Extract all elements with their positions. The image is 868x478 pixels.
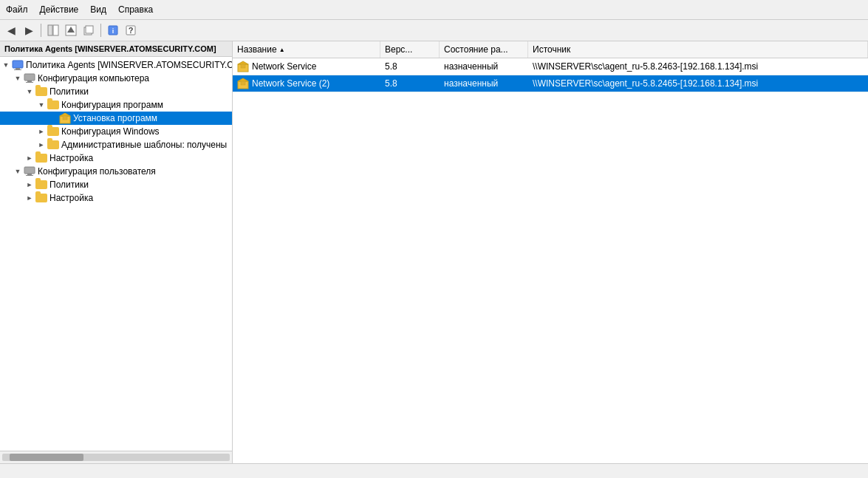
- tree-node-user-settings[interactable]: ► Настройка: [0, 191, 232, 205]
- tree-node-user-config[interactable]: ▼ Конфигурация пользователя: [0, 165, 232, 178]
- svg-rect-24: [241, 64, 245, 68]
- list-item[interactable]: Network Service (2) 5.8 назначенный \\WI…: [233, 75, 868, 92]
- svg-rect-20: [27, 174, 32, 175]
- back-button[interactable]: ◀: [3, 22, 19, 38]
- folder-user-policies-icon: [35, 179, 47, 191]
- expand-prog-config[interactable]: ▼: [35, 99, 47, 111]
- toolbar-separator-1: [41, 24, 41, 37]
- menu-help[interactable]: Справка: [112, 2, 159, 17]
- menu-view[interactable]: Вид: [84, 2, 112, 17]
- svg-rect-11: [16, 68, 20, 69]
- list-header: Название ▲ Верс... Состояние ра... Источ…: [233, 41, 868, 58]
- expand-user-config[interactable]: ▼: [12, 165, 24, 177]
- svg-text:?: ?: [129, 26, 134, 35]
- folder-user-settings-icon: [35, 192, 47, 204]
- tree-label-root: Политика Agents [WINSERVER.ATOMSECURITY.…: [26, 60, 232, 70]
- svg-marker-23: [238, 61, 248, 64]
- svg-rect-15: [26, 82, 33, 83]
- tree-label-user-policies: Политики: [49, 180, 89, 190]
- help-button[interactable]: ?: [123, 22, 139, 38]
- forward-button[interactable]: ▶: [21, 22, 37, 38]
- folder-settings1-icon: [35, 152, 47, 164]
- tree-label-comp-config: Конфигурация компьютера: [38, 73, 149, 83]
- col-header-version[interactable]: Верс...: [380, 41, 440, 58]
- expand-settings1[interactable]: ►: [24, 152, 35, 164]
- cell-name-1: Network Service: [233, 58, 380, 75]
- cell-status-2: назначенный: [440, 76, 528, 91]
- menu-bar: Файл Действие Вид Справка: [0, 0, 868, 20]
- toolbar: ◀ ▶ i ?: [0, 20, 868, 41]
- svg-rect-13: [24, 74, 35, 81]
- tree-scrollbar[interactable]: [0, 451, 232, 463]
- svg-rect-5: [86, 26, 93, 33]
- tree-node-settings1[interactable]: ► Настройка: [0, 151, 232, 165]
- folder-prog-icon: [47, 99, 59, 111]
- tree-label-user-config: Конфигурация пользователя: [38, 166, 156, 177]
- new-window-button[interactable]: [81, 22, 97, 38]
- tree-node-root[interactable]: ▼ Политика Agents [WINSERVER.ATOMSECURIT…: [0, 58, 232, 72]
- sort-arrow-name: ▲: [279, 47, 285, 53]
- svg-rect-14: [27, 81, 32, 82]
- svg-rect-0: [48, 25, 52, 35]
- menu-action[interactable]: Действие: [34, 2, 85, 17]
- tree-node-install-prog[interactable]: Установка программ: [0, 112, 232, 125]
- cell-status-1: назначенный: [440, 59, 528, 74]
- expand-root[interactable]: ▼: [0, 59, 12, 71]
- package-icon: [59, 112, 71, 124]
- tree-node-user-policies[interactable]: ► Политики: [0, 178, 232, 191]
- expand-policies[interactable]: ▼: [24, 86, 35, 98]
- cell-source-1: \\WINSERVER\sc\agent_ru-5.8.2463-[192.16…: [528, 59, 868, 74]
- pkg-icon-2: [237, 78, 249, 89]
- expand-user-policies[interactable]: ►: [24, 179, 35, 191]
- expand-install-prog[interactable]: [47, 112, 59, 124]
- col-header-source[interactable]: Источник: [528, 41, 868, 58]
- col-header-status[interactable]: Состояние ра...: [440, 41, 528, 58]
- toolbar-separator-2: [100, 24, 101, 37]
- tree-node-comp-config[interactable]: ▼ Конфигурация компьютера: [0, 72, 232, 85]
- svg-text:i: i: [112, 27, 115, 35]
- svg-marker-17: [60, 113, 70, 116]
- tree-label-user-settings: Настройка: [49, 193, 93, 203]
- cell-name-2: Network Service (2): [233, 75, 380, 92]
- tree-label-win-config: Конфигурация Windows: [61, 126, 160, 137]
- tree-scrollbar-track[interactable]: [2, 454, 230, 461]
- folder-admin-icon: [47, 139, 59, 151]
- svg-rect-1: [53, 25, 58, 35]
- list-body[interactable]: Network Service 5.8 назначенный \\WINSER…: [233, 58, 868, 463]
- tree-label-admin-templates: Административные шаблоны: получены: [61, 140, 227, 150]
- pkg-icon-1: [237, 61, 249, 72]
- tree-panel: Политика Agents [WINSERVER.ATOMSECURITY.…: [0, 41, 233, 463]
- folder-win-icon: [47, 126, 59, 137]
- tree-node-admin-templates[interactable]: ► Административные шаблоны: получены: [0, 138, 232, 151]
- tree-label-prog-config: Конфигурация программ: [61, 100, 163, 110]
- show-hide-button[interactable]: [45, 22, 61, 38]
- expand-user-settings[interactable]: ►: [24, 192, 35, 204]
- svg-rect-21: [26, 175, 33, 176]
- right-panel: Название ▲ Верс... Состояние ра... Источ…: [233, 41, 868, 463]
- tree-node-prog-config[interactable]: ▼ Конфигурация программ: [0, 98, 232, 112]
- main-content: Политика Agents [WINSERVER.ATOMSECURITY.…: [0, 41, 868, 463]
- properties-button[interactable]: i: [105, 22, 121, 38]
- expand-win-config[interactable]: ►: [35, 126, 47, 137]
- expand-comp-config[interactable]: ▼: [12, 72, 24, 84]
- svg-marker-26: [238, 78, 248, 81]
- computer-icon: [12, 59, 24, 71]
- up-button[interactable]: [63, 22, 79, 38]
- tree-node-policies[interactable]: ▼ Политики: [0, 85, 232, 98]
- svg-rect-27: [241, 81, 245, 85]
- tree-node-win-config[interactable]: ► Конфигурация Windows: [0, 125, 232, 138]
- cell-source-2: \\WINSERVER\sc\agent_ru-5.8.2465-[192.16…: [528, 76, 868, 91]
- tree-title: Политика Agents [WINSERVER.ATOMSECURITY.…: [0, 41, 232, 57]
- tree-label-policies: Политики: [49, 86, 89, 97]
- col-header-name[interactable]: Название ▲: [233, 41, 380, 58]
- tree-scrollbar-thumb[interactable]: [10, 454, 83, 461]
- computer-small-icon: [24, 72, 35, 84]
- tree-items[interactable]: ▼ Политика Agents [WINSERVER.ATOMSECURIT…: [0, 57, 232, 451]
- svg-rect-18: [63, 116, 67, 120]
- list-item[interactable]: Network Service 5.8 назначенный \\WINSER…: [233, 58, 868, 75]
- menu-file[interactable]: Файл: [0, 2, 34, 17]
- expand-admin-templates[interactable]: ►: [35, 139, 47, 151]
- folder-policies-icon: [35, 86, 47, 98]
- svg-rect-10: [13, 61, 23, 68]
- svg-rect-19: [24, 167, 35, 174]
